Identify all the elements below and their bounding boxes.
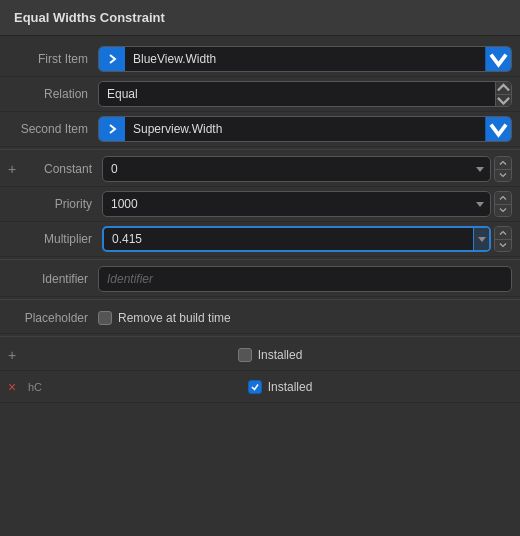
priority-stepper-up[interactable] bbox=[495, 192, 511, 205]
multiplier-dropdown-icon[interactable] bbox=[473, 228, 489, 250]
priority-stepper[interactable] bbox=[494, 191, 512, 217]
installed-row-1: + Installed bbox=[0, 339, 520, 371]
first-item-nav-button[interactable] bbox=[99, 46, 125, 72]
placeholder-inner: Remove at build time bbox=[98, 311, 231, 325]
multiplier-control: 0.415 bbox=[102, 226, 512, 252]
second-item-control: Superview.Width bbox=[98, 116, 512, 142]
multiplier-stepper-down[interactable] bbox=[495, 240, 511, 252]
placeholder-checkbox[interactable] bbox=[98, 311, 112, 325]
hc-label: hC bbox=[28, 381, 42, 393]
constant-dropdown-icon[interactable] bbox=[470, 156, 490, 182]
priority-field[interactable]: 1000 bbox=[102, 191, 491, 217]
priority-row: + Priority 1000 bbox=[0, 187, 520, 222]
multiplier-row: + Multiplier 0.415 bbox=[0, 222, 520, 257]
placeholder-label: Placeholder bbox=[8, 311, 98, 325]
multiplier-field[interactable]: 0.415 bbox=[102, 226, 491, 252]
second-item-label: Second Item bbox=[8, 122, 98, 136]
multiplier-label: Multiplier bbox=[28, 232, 102, 246]
divider-1 bbox=[0, 149, 520, 150]
second-item-field: Superview.Width bbox=[98, 116, 512, 142]
second-item-row: Second Item Superview.Width bbox=[0, 112, 520, 147]
constant-triangle bbox=[476, 167, 484, 172]
placeholder-row: Placeholder Remove at build time bbox=[0, 302, 520, 334]
priority-control: 1000 bbox=[102, 191, 512, 217]
installed-2-label: Installed bbox=[268, 380, 313, 394]
multiplier-stepper-up[interactable] bbox=[495, 227, 511, 240]
remove-label: Remove at build time bbox=[118, 311, 231, 325]
second-item-value: Superview.Width bbox=[125, 116, 485, 142]
constant-label: Constant bbox=[28, 162, 102, 176]
identifier-placeholder: Identifier bbox=[99, 272, 511, 286]
relation-row: Relation Equal bbox=[0, 77, 520, 112]
installed-2-inner: Installed bbox=[248, 380, 313, 394]
multiplier-stepper[interactable] bbox=[494, 226, 512, 252]
first-item-field: BlueView.Width bbox=[98, 46, 512, 72]
relation-value: Equal bbox=[99, 87, 495, 101]
priority-dropdown-icon[interactable] bbox=[470, 191, 490, 217]
constant-stepper[interactable] bbox=[494, 156, 512, 182]
placeholder-control: Remove at build time bbox=[98, 311, 512, 325]
priority-value: 1000 bbox=[103, 197, 470, 211]
second-item-nav-button[interactable] bbox=[99, 116, 125, 142]
installed-plus-icon: + bbox=[8, 347, 24, 363]
first-item-control: BlueView.Width bbox=[98, 46, 512, 72]
relation-stepper[interactable] bbox=[495, 81, 511, 107]
multiplier-value: 0.415 bbox=[104, 228, 473, 250]
constant-field[interactable]: 0 bbox=[102, 156, 491, 182]
panel-title: Equal Widths Constraint bbox=[0, 0, 520, 36]
priority-stepper-down[interactable] bbox=[495, 205, 511, 217]
constant-stepper-down[interactable] bbox=[495, 170, 511, 182]
constant-value: 0 bbox=[103, 162, 470, 176]
rows: First Item BlueView.Width bbox=[0, 36, 520, 409]
relation-up-arrow[interactable] bbox=[496, 81, 511, 95]
constant-row: + Constant 0 bbox=[0, 152, 520, 187]
relation-field: Equal bbox=[98, 81, 512, 107]
first-item-label: First Item bbox=[8, 52, 98, 66]
installed-1-checkbox[interactable] bbox=[238, 348, 252, 362]
installed-1-control: Installed bbox=[28, 348, 512, 362]
divider-4 bbox=[0, 336, 520, 337]
constant-stepper-up[interactable] bbox=[495, 157, 511, 170]
relation-down-arrow[interactable] bbox=[496, 95, 511, 108]
priority-triangle bbox=[476, 202, 484, 207]
constant-plus-icon: + bbox=[8, 161, 24, 177]
first-item-row: First Item BlueView.Width bbox=[0, 42, 520, 77]
identifier-control: Identifier bbox=[98, 266, 512, 292]
relation-label: Relation bbox=[8, 87, 98, 101]
installed-1-label: Installed bbox=[258, 348, 303, 362]
identifier-label: Identifier bbox=[8, 272, 98, 286]
installed-2-checkbox[interactable] bbox=[248, 380, 262, 394]
installed-x-icon: × bbox=[8, 379, 24, 395]
installed-row-2: × hC Installed bbox=[0, 371, 520, 403]
priority-label: Priority bbox=[28, 197, 102, 211]
divider-3 bbox=[0, 299, 520, 300]
installed-2-control: Installed bbox=[48, 380, 512, 394]
first-item-dropdown-button[interactable] bbox=[485, 46, 511, 72]
identifier-field[interactable]: Identifier bbox=[98, 266, 512, 292]
divider-2 bbox=[0, 259, 520, 260]
constant-control: 0 bbox=[102, 156, 512, 182]
multiplier-triangle bbox=[478, 237, 486, 242]
panel: Equal Widths Constraint First Item BlueV… bbox=[0, 0, 520, 536]
identifier-row: Identifier Identifier bbox=[0, 262, 520, 297]
installed-1-inner: Installed bbox=[238, 348, 303, 362]
first-item-value: BlueView.Width bbox=[125, 46, 485, 72]
second-item-dropdown-button[interactable] bbox=[485, 116, 511, 142]
relation-control: Equal bbox=[98, 81, 512, 107]
